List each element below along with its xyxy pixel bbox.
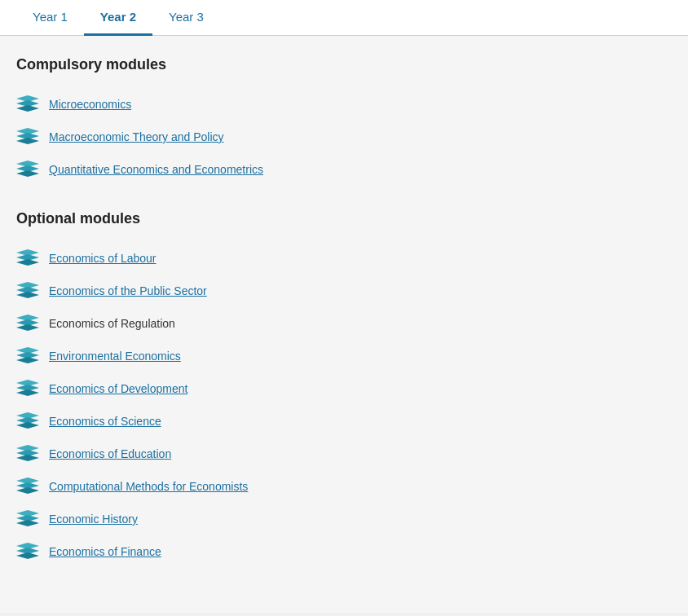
list-item: Quantitative Economics and Econometrics [16,153,672,186]
module-link[interactable]: Economics of Finance [49,545,161,558]
module-link[interactable]: Economic History [49,513,138,526]
layers-icon [16,249,39,268]
layers-icon [16,95,39,114]
optional-title: Optional modules [16,210,672,227]
module-link[interactable]: Macroeconomic Theory and Policy [49,130,224,143]
list-item: Economics of Finance [16,535,672,568]
tabs-bar: Year 1 Year 2 Year 3 [0,0,688,36]
layers-icon [16,509,39,529]
page-container: Year 1 Year 2 Year 3 Compulsory modules … [0,0,688,616]
layers-icon [16,346,39,366]
module-link[interactable]: Economics of Labour [49,252,157,265]
svg-marker-20 [16,357,39,363]
optional-module-list: Economics of LabourEconomics of the Publ… [16,242,672,568]
content-area: Compulsory modules MicroeconomicsMacroec… [0,36,688,613]
module-link: Economics of Regulation [49,317,175,330]
module-link[interactable]: Quantitative Economics and Econometrics [49,163,263,176]
tab-year2[interactable]: Year 2 [84,0,152,36]
module-link[interactable]: Economics of Development [49,382,187,395]
svg-marker-8 [16,170,39,177]
list-item: Computational Methods for Economists [16,470,672,503]
layers-icon [16,160,39,179]
module-link[interactable]: Economics of the Public Sector [49,284,207,297]
svg-marker-32 [16,487,39,494]
list-item: Economics of Development [16,372,672,405]
list-item: Economic History [16,503,672,535]
compulsory-title: Compulsory modules [16,56,672,73]
list-item: Macroeconomic Theory and Policy [16,121,672,153]
layers-icon [16,379,39,398]
svg-marker-11 [16,259,39,266]
svg-marker-23 [16,389,39,396]
module-link[interactable]: Economics of Science [49,415,161,428]
module-link[interactable]: Environmental Economics [49,350,181,363]
layers-icon [16,542,39,561]
svg-marker-35 [16,520,39,526]
module-link[interactable]: Economics of Education [49,447,171,460]
layers-icon [16,314,39,333]
list-item: Environmental Economics [16,340,672,372]
list-item: Economics of Regulation [16,307,672,340]
svg-marker-14 [16,292,39,298]
compulsory-module-list: MicroeconomicsMacroeconomic Theory and P… [16,88,672,186]
list-item: Economics of Education [16,438,672,470]
layers-icon [16,127,39,147]
module-link[interactable]: Computational Methods for Economists [49,480,248,493]
list-item: Economics of Science [16,405,672,438]
layers-icon [16,477,39,496]
layers-icon [16,281,39,301]
list-item: Economics of the Public Sector [16,275,672,307]
list-item: Microeconomics [16,88,672,121]
tab-year1[interactable]: Year 1 [16,0,84,36]
layers-icon [16,444,39,464]
svg-marker-38 [16,552,39,559]
layers-icon [16,411,39,431]
svg-marker-26 [16,422,39,429]
svg-marker-5 [16,138,39,144]
tab-year3[interactable]: Year 3 [152,0,220,36]
svg-marker-29 [16,455,39,461]
module-link[interactable]: Microeconomics [49,98,131,111]
svg-marker-2 [16,105,39,112]
svg-marker-17 [16,324,39,331]
list-item: Economics of Labour [16,242,672,275]
